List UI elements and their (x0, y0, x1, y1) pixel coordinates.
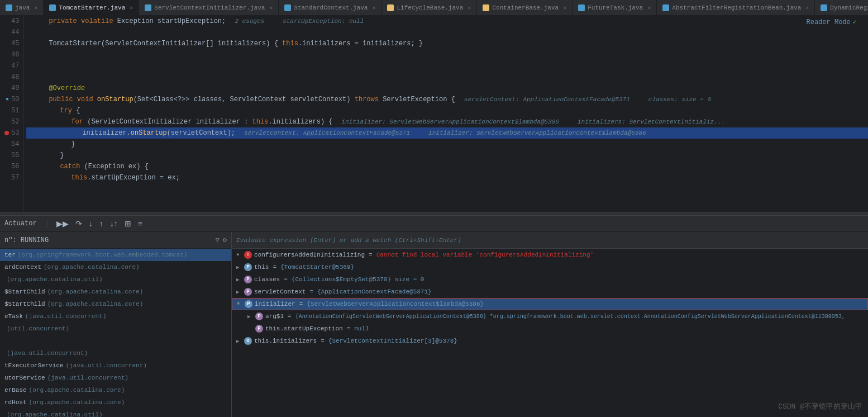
stack-item-11[interactable]: erBase (org.apache.catalina.core) (0, 384, 231, 396)
stack-item-0[interactable]: ter (org.springframework.boot.web.embedd… (0, 249, 231, 261)
tab-tomcatstarter-label: TomcatStarter.java (59, 4, 125, 11)
stack-item-4[interactable]: $StartChild (org.apache.catalina.core) (0, 298, 231, 310)
af-icon (662, 4, 669, 11)
line-57: 57 (4, 172, 19, 183)
debug-stepout-btn[interactable]: ↑ (97, 218, 106, 229)
expand-2[interactable]: ▶ (236, 277, 242, 283)
tab-sc-close[interactable]: ✕ (372, 4, 375, 11)
tab-tomcatstarter[interactable]: TomcatStarter.java ✕ (44, 0, 139, 16)
stack-item-2[interactable]: (org.apache.catalina.util) (0, 273, 231, 286)
line-49: 49 (4, 83, 19, 94)
line-54: 54 (4, 139, 19, 150)
expand-initializer[interactable]: ▼ (237, 301, 242, 307)
stack-item-1[interactable]: ardContext (org.apache.catalina.core) (0, 261, 231, 273)
code-line-48 (26, 72, 868, 83)
panel-settings-icon[interactable]: ⚙ (223, 236, 227, 244)
tab-bar: java ✕ TomcatStarter.java ✕ ServletConte… (0, 0, 868, 16)
var-item-1[interactable]: ▶ P this = {TomcatStarter@5369} (232, 261, 868, 273)
var-item-initializers[interactable]: ▶ O this.initializers = {ServletContextI… (232, 335, 868, 347)
debug-area: Actuator | ▶▶ ↷ ↓ ↑ ↓↑ ⊞ ≡ n": RUNNING (0, 216, 868, 417)
var-icon-arg1: P (255, 312, 263, 320)
line-56: 56 (4, 161, 19, 172)
line-numbers: 43 44 45 46 47 48 49 ● 50 51 52 53 54 55 (0, 16, 24, 212)
stack-item-6[interactable]: (util.concurrent) (0, 323, 231, 335)
var-item-3[interactable]: ▶ P servletContext = {ApplicationContext… (232, 286, 868, 298)
line-43: 43 (4, 16, 19, 27)
tab-sci-label: ServletContextInitializer.java (154, 4, 265, 11)
tab-containerbase[interactable]: ContainerBase.java ✕ (477, 0, 573, 16)
var-icon-2: P (244, 276, 252, 283)
code-line-45: TomcatStarter(ServletContextInitializer[… (26, 38, 868, 49)
expand-0[interactable]: ● (236, 252, 242, 258)
code-line-44 (26, 27, 868, 38)
call-stack-list: ter (org.springframework.boot.web.embedd… (0, 249, 231, 417)
breakpoint-53 (4, 131, 9, 135)
expand-initializers[interactable]: ▶ (236, 338, 242, 344)
code-line-43: private volatile Exception startUpExcept… (26, 16, 868, 27)
debug-stepover-btn[interactable]: ↷ (73, 218, 84, 229)
line-44: 44 (4, 27, 19, 38)
stack-item-13[interactable]: (org.apache.catalina.util) (0, 409, 231, 417)
lb-icon (387, 4, 394, 11)
debug-runtocrsr-btn[interactable]: ↓↑ (108, 218, 120, 229)
tab-dynamicreg[interactable]: DynamicRegistrationBean.j... ✕ (815, 0, 868, 16)
stack-item-10[interactable]: utorService (java.util.concurrent) (0, 372, 231, 384)
stack-item-8[interactable]: (java.util.concurrent) (0, 347, 231, 359)
code-line-50: public void onStartup(Set<Class<?>> clas… (26, 94, 868, 105)
var-item-0[interactable]: ● ! configurersAddedInInitializing = Can… (232, 249, 868, 261)
code-line-51: try { (26, 105, 868, 116)
tab-lb-label: LifecycleBase.java (397, 4, 463, 11)
tab-standardcontext[interactable]: StandardContext.java ✕ (279, 0, 381, 16)
debug-panel: n": RUNNING ▽ ⚙ ter (org.springframework… (0, 232, 868, 417)
tab-sci-close[interactable]: ✕ (269, 4, 273, 11)
debug-stepinto-btn[interactable]: ↓ (87, 218, 95, 229)
filter-icon[interactable]: ▽ (216, 236, 220, 244)
code-line-53: initializer.onStartup(servletContext); s… (26, 127, 868, 139)
var-item-2[interactable]: ▶ P classes = {Collections$EmptySet@5370… (232, 273, 868, 286)
code-line-56: catch (Exception ex) { (26, 161, 868, 172)
var-item-initializer[interactable]: ▼ P initializer = {ServletWebServerAppli… (232, 298, 868, 310)
tab-cb-close[interactable]: ✕ (563, 4, 566, 11)
tab-af-close[interactable]: ✕ (805, 4, 809, 11)
main-area: Reader Mode ✓ 43 44 45 46 47 48 49 ● 50 … (0, 16, 868, 417)
expand-arg1[interactable]: ▶ (247, 314, 253, 320)
var-icon-initializers: O (244, 337, 252, 345)
line-47: 47 (4, 60, 19, 72)
tab-java-close[interactable]: ✕ (34, 4, 37, 11)
tab-cb-label: ContainerBase.java (492, 4, 559, 11)
line-55: 55 (4, 150, 19, 161)
expand-3[interactable]: ▶ (236, 289, 242, 295)
sc-icon (284, 4, 291, 11)
tab-servletcontextinitializer[interactable]: ServletContextInitializer.java ✕ (139, 0, 279, 16)
var-item-arg1[interactable]: ▶ P arg$1 = {AnnotationConfigServletWebS… (232, 310, 868, 323)
code-content: private volatile Exception startUpExcept… (24, 16, 868, 212)
debug-resume-btn[interactable]: ▶▶ (54, 218, 71, 229)
stack-item-9[interactable]: tExecutorService (java.util.concurrent) (0, 359, 231, 372)
sci-icon (145, 4, 151, 11)
stack-item-7[interactable] (0, 335, 231, 347)
eval-placeholder: Evaluate expression (Enter) or add a wat… (236, 237, 461, 244)
var-item-startup[interactable]: P this.startUpException = null (232, 323, 868, 335)
code-line-52: for (ServletContextInitializer initializ… (26, 116, 868, 127)
stack-item-5[interactable]: eTask (java.util.concurrent) (0, 310, 231, 323)
tab-abstractfilter[interactable]: AbstractFilterRegistrationBean.java ✕ (657, 0, 815, 16)
eval-input-bar[interactable]: Evaluate expression (Enter) or add a wat… (232, 232, 868, 249)
tab-ft-close[interactable]: ✕ (647, 4, 651, 11)
expand-1[interactable]: ▶ (236, 264, 242, 271)
debug-frames-btn[interactable]: ≡ (136, 218, 145, 229)
debug-toolbar: Actuator | ▶▶ ↷ ↓ ↑ ↓↑ ⊞ ≡ (0, 216, 868, 232)
line-45: 45 (4, 38, 19, 49)
call-stack-header: n": RUNNING ▽ ⚙ (0, 232, 231, 249)
var-icon-startup: P (255, 325, 263, 333)
tab-futuretask[interactable]: FutureTask.java ✕ (573, 0, 657, 16)
variable-list: ● ! configurersAddedInInitializing = Can… (232, 249, 868, 417)
tab-lifecyclebase[interactable]: LifecycleBase.java ✕ (381, 0, 477, 16)
stack-item-12[interactable]: rdHost (org.apache.catalina.core) (0, 396, 231, 409)
tab-lb-close[interactable]: ✕ (468, 4, 471, 11)
debug-evaluate-btn[interactable]: ⊞ (122, 218, 133, 229)
stack-item-3[interactable]: $StartChild (org.apache.catalina.core) (0, 286, 231, 298)
tab-java[interactable]: java ✕ (0, 0, 44, 16)
tab-tomcatstarter-close[interactable]: ✕ (130, 4, 133, 11)
tab-dr-label: DynamicRegistrationBean.j... (830, 4, 868, 11)
line-50: ● 50 (4, 94, 19, 105)
